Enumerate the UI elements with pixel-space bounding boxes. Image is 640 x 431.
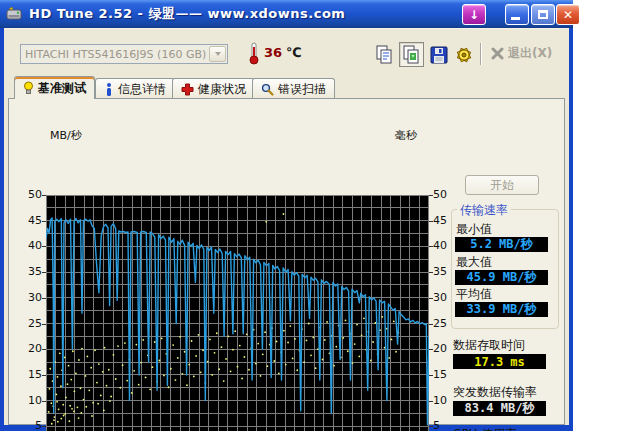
tick-label: 40 bbox=[16, 239, 42, 252]
tab-label: 健康状况 bbox=[198, 81, 246, 98]
bulb-icon bbox=[23, 81, 34, 95]
tick-label: 30 bbox=[16, 291, 42, 304]
transfer-rate-group-label: 传输速率 bbox=[457, 202, 511, 219]
close-icon: ✕ bbox=[563, 8, 573, 22]
tick-label bbox=[429, 272, 433, 273]
tick-label: 10 bbox=[16, 394, 42, 407]
y-axis-left-title: MB/秒 bbox=[50, 128, 82, 143]
tick-label bbox=[429, 375, 433, 376]
health-cross-icon bbox=[181, 83, 194, 96]
tick-label bbox=[429, 246, 433, 247]
tick-label bbox=[42, 426, 46, 427]
window-title: HD Tune 2.52 - 绿盟—— www.xdowns.com bbox=[29, 5, 345, 23]
options-button[interactable] bbox=[451, 42, 476, 67]
tick-label bbox=[42, 221, 46, 222]
copy-text-icon bbox=[375, 45, 394, 64]
tab-label: 基准测试 bbox=[38, 80, 86, 97]
access-time-value: 17.3 ms bbox=[453, 354, 546, 369]
thermometer-icon bbox=[248, 41, 260, 65]
tick-label: 50 bbox=[16, 188, 42, 201]
tick-label: 35 bbox=[433, 265, 459, 278]
exit-x-icon bbox=[491, 47, 504, 60]
copy-image-button[interactable] bbox=[399, 42, 424, 67]
options-gear-icon bbox=[454, 45, 474, 65]
titlebar: HD Tune 2.52 - 绿盟—— www.xdowns.com bbox=[0, 0, 573, 28]
tick-label: 20 bbox=[433, 342, 459, 355]
exit-label: 退出(X) bbox=[508, 45, 552, 62]
tick-label: 10 bbox=[433, 394, 459, 407]
toolbar-separator bbox=[480, 43, 481, 65]
tick-label bbox=[42, 195, 46, 196]
tick-label bbox=[42, 401, 46, 402]
info-icon bbox=[104, 83, 114, 96]
tick-label bbox=[429, 195, 433, 196]
tab-error-scan[interactable]: 错误扫描 bbox=[252, 78, 335, 99]
tab-benchmark[interactable]: 基准测试 bbox=[14, 76, 95, 99]
tick-label bbox=[42, 349, 46, 350]
tick-label: 30 bbox=[433, 291, 459, 304]
minimize-icon bbox=[511, 17, 520, 20]
save-button[interactable] bbox=[426, 42, 451, 67]
tab-health[interactable]: 健康状况 bbox=[172, 78, 255, 99]
tick-label bbox=[42, 298, 46, 299]
exit-button: 退出(X) bbox=[491, 45, 552, 62]
tab-label: 信息详情 bbox=[118, 81, 166, 98]
tick-label: 20 bbox=[16, 342, 42, 355]
tick-label: 15 bbox=[16, 368, 42, 381]
close-button[interactable]: ✕ bbox=[556, 4, 580, 25]
tab-info[interactable]: 信息详情 bbox=[95, 78, 175, 99]
tick-label bbox=[429, 298, 433, 299]
tab-label: 错误扫描 bbox=[278, 81, 326, 98]
download-button[interactable]: ↓ bbox=[462, 4, 486, 25]
tick-label: 40 bbox=[433, 239, 459, 252]
tick-label: 50 bbox=[433, 188, 459, 201]
maximize-icon bbox=[538, 10, 548, 19]
app-window: HD Tune 2.52 - 绿盟—— www.xdowns.com ↓ ✕ H… bbox=[0, 0, 573, 431]
down-arrow-icon: ↓ bbox=[469, 8, 479, 22]
window-body: HITACHI HTS541616J9S (160 GB) 36 ℃ bbox=[4, 28, 569, 425]
benchmark-plot bbox=[46, 195, 429, 431]
tick-label: 25 bbox=[433, 317, 459, 330]
temperature-unit: ℃ bbox=[286, 45, 302, 60]
tick-label bbox=[42, 375, 46, 376]
tick-label bbox=[429, 349, 433, 350]
tick-label bbox=[429, 426, 433, 427]
temperature-value: 36 bbox=[264, 45, 282, 60]
tick-label: 5 bbox=[16, 419, 42, 431]
burst-rate-value: 83.4 MB/秒 bbox=[453, 401, 546, 416]
copy-text-button[interactable] bbox=[372, 42, 397, 67]
tick-label: 25 bbox=[16, 317, 42, 330]
copy-image-icon bbox=[402, 45, 421, 64]
avg-value: 33.9 MB/秒 bbox=[455, 302, 548, 317]
benchmark-plot-svg bbox=[46, 195, 429, 431]
tick-label bbox=[429, 221, 433, 222]
min-value: 5.2 MB/秒 bbox=[455, 237, 548, 252]
tick-label: 45 bbox=[16, 214, 42, 227]
tick-label: 45 bbox=[433, 214, 459, 227]
start-button[interactable]: 开始 bbox=[465, 175, 539, 195]
tick-label bbox=[42, 272, 46, 273]
y-axis-right-title: 毫秒 bbox=[395, 128, 417, 143]
tick-label: 35 bbox=[16, 265, 42, 278]
burst-rate-label: 突发数据传输率 bbox=[453, 384, 537, 401]
tick-label: 15 bbox=[433, 368, 459, 381]
tick-label bbox=[42, 324, 46, 325]
drive-select[interactable]: HITACHI HTS541616J9S (160 GB) bbox=[20, 44, 228, 64]
maximize-button[interactable] bbox=[531, 4, 555, 25]
cpu-usage-label: CPU 使用率 bbox=[453, 426, 517, 431]
max-value: 45.9 MB/秒 bbox=[455, 270, 548, 285]
benchmark-tab-page: MB/秒 毫秒 开始 传输速率 最小值 5.2 MB/秒 最大值 45.9 MB… bbox=[8, 98, 565, 425]
tick-label bbox=[42, 246, 46, 247]
magnifier-icon bbox=[261, 83, 274, 96]
access-time-label: 数据存取时间 bbox=[453, 337, 525, 354]
tick-label: 5 bbox=[433, 419, 459, 431]
save-icon bbox=[430, 46, 448, 64]
start-button-label: 开始 bbox=[490, 177, 514, 194]
app-icon bbox=[6, 6, 23, 23]
minimize-button[interactable] bbox=[505, 4, 529, 25]
drive-select-arrow-button[interactable] bbox=[209, 46, 226, 62]
tick-label bbox=[429, 401, 433, 402]
drive-select-value: HITACHI HTS541616J9S (160 GB) bbox=[21, 48, 209, 61]
chevron-down-icon bbox=[215, 52, 221, 56]
tick-label bbox=[429, 324, 433, 325]
